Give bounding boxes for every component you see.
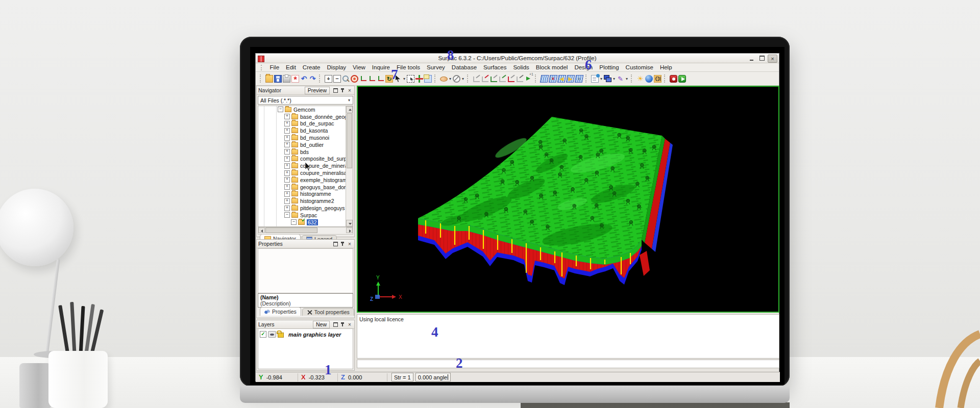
record-button[interactable] xyxy=(670,75,677,83)
line-null-button[interactable] xyxy=(453,75,460,83)
float-panel-button[interactable] xyxy=(332,322,338,327)
menu-block-model[interactable]: Block model xyxy=(532,63,571,71)
layer-row[interactable]: ✓ main graphics layer xyxy=(258,329,353,340)
menu-create[interactable]: Create xyxy=(299,63,324,71)
title-bar[interactable]: Surpac 6.3.2 - C:/Users/Public/Gemcom/Su… xyxy=(256,54,779,63)
string-tool-1-button[interactable] xyxy=(473,75,480,83)
tree-item-histogramme2[interactable]: +histogramme2 xyxy=(258,197,353,205)
string-tool-5-button[interactable] xyxy=(507,75,515,83)
shaded-view-button[interactable] xyxy=(645,75,653,83)
string-tool-4-button[interactable] xyxy=(499,75,506,83)
tree-item-base_donnée_geoguys[interactable]: +base_donnée_geoguys xyxy=(258,113,353,120)
expand-icon[interactable]: + xyxy=(284,206,290,211)
string-tool-6-button[interactable] xyxy=(516,75,524,83)
menu-design[interactable]: Design xyxy=(571,63,596,71)
expand-icon[interactable]: + xyxy=(284,198,290,204)
menu-survey[interactable]: Survey xyxy=(424,63,449,71)
data-point-button[interactable] xyxy=(351,75,358,83)
scroll-up-arrow[interactable] xyxy=(346,106,353,113)
expand-icon[interactable]: + xyxy=(284,142,290,147)
tree-horizontal-scrollbar[interactable] xyxy=(258,227,353,235)
file-filter-combo[interactable]: All Files (.*.*) ▾ xyxy=(258,96,353,105)
layer-view-button[interactable] xyxy=(424,75,432,83)
zoom-in-button[interactable]: + xyxy=(325,75,332,83)
pin-panel-button[interactable] xyxy=(339,322,346,327)
tree-item-Gemcom[interactable]: −Gemcom xyxy=(258,106,353,113)
scroll-thumb-horizontal[interactable] xyxy=(265,227,317,233)
menu-database[interactable]: Database xyxy=(448,63,480,71)
zoom-out-button[interactable]: − xyxy=(333,75,341,83)
fence-zoom-button[interactable]: ○ xyxy=(575,75,584,83)
draw-pencil-button-dropdown[interactable]: ▾ xyxy=(625,76,629,81)
tree-item-bd_outlier[interactable]: +bd_outlier xyxy=(258,141,353,148)
tree-item-bd_musonoi[interactable]: +bd_musonoi xyxy=(258,134,353,141)
scroll-right-arrow[interactable] xyxy=(346,227,353,233)
menu-inquire[interactable]: Inquire xyxy=(369,63,393,71)
tree-item-bd_kasonta[interactable]: +bd_kasonta xyxy=(258,127,353,134)
float-panel-button[interactable] xyxy=(332,88,338,93)
menu-customise[interactable]: Customise xyxy=(622,63,656,71)
view-zx-button[interactable] xyxy=(368,75,376,83)
eye-icon[interactable] xyxy=(268,331,276,338)
expand-icon[interactable]: + xyxy=(284,156,290,162)
pin-panel-button[interactable] xyxy=(339,241,346,247)
preview-button[interactable]: Preview xyxy=(305,87,330,94)
tree-item-geoguys_base_donnée[interactable]: +geoguys_base_donnée xyxy=(258,184,353,191)
expand-icon[interactable]: + xyxy=(284,128,290,134)
string-extend-button[interactable] xyxy=(525,75,532,83)
redo-button[interactable]: ↷ xyxy=(309,75,316,83)
tree-item-bds[interactable]: +bds xyxy=(258,148,353,156)
float-panel-button[interactable] xyxy=(332,241,338,247)
close-panel-button[interactable]: × xyxy=(347,241,353,247)
move-axes-button[interactable] xyxy=(415,75,423,83)
draw-pencil-button[interactable]: ✎ xyxy=(617,75,624,83)
box-select-button[interactable] xyxy=(407,75,414,83)
select-cursor-button-dropdown[interactable]: ▾ xyxy=(402,76,406,81)
pin-panel-button[interactable] xyxy=(339,88,346,93)
tree-item-bd_de_surpac[interactable]: +bd_de_surpac xyxy=(258,120,353,128)
scroll-thumb[interactable] xyxy=(347,113,352,168)
play-button[interactable] xyxy=(678,75,686,83)
scroll-left-arrow[interactable] xyxy=(258,227,265,233)
fence-prev-button[interactable]: ◀ xyxy=(557,75,567,83)
view-yx-button[interactable] xyxy=(359,75,367,83)
notes-button-dropdown[interactable]: ▾ xyxy=(599,76,603,81)
view-zy-button[interactable] xyxy=(377,75,384,83)
graphics-viewport[interactable]: Y X Z xyxy=(357,86,779,313)
tree-item-histogramme[interactable]: +histogramme xyxy=(258,191,353,198)
expand-icon[interactable]: + xyxy=(284,114,290,119)
maximize-button[interactable] xyxy=(757,55,766,62)
tree-item-632[interactable]: −✓632 xyxy=(258,219,353,226)
expand-icon[interactable]: + xyxy=(284,184,290,190)
fence-next-button[interactable]: ▶ xyxy=(566,75,575,83)
tree-item-exemple_histogramme[interactable]: +exemple_histogramme xyxy=(258,176,353,184)
notes-button[interactable] xyxy=(591,75,599,83)
close-button[interactable]: × xyxy=(768,55,777,63)
lighting-button[interactable]: ☀ xyxy=(636,75,644,83)
menu-plotting[interactable]: Plotting xyxy=(596,63,622,71)
layer-checkbox[interactable]: ✓ xyxy=(260,331,266,338)
menu-help[interactable]: Help xyxy=(656,63,675,71)
expand-icon[interactable]: + xyxy=(284,191,290,197)
command-row[interactable] xyxy=(357,360,779,368)
string-field[interactable]: Str = 1 xyxy=(391,373,413,381)
tree-vertical-scrollbar[interactable] xyxy=(346,106,353,226)
expand-icon[interactable]: + xyxy=(284,163,290,169)
string-tool-2-button[interactable] xyxy=(481,75,489,83)
unlock-icon[interactable] xyxy=(278,333,284,338)
open-button[interactable] xyxy=(265,75,273,83)
menu-file[interactable]: File xyxy=(266,63,283,71)
line-null-button-dropdown[interactable]: ▾ xyxy=(461,76,465,81)
point-style-button-dropdown[interactable]: ▾ xyxy=(448,76,452,81)
menu-solids[interactable]: Solids xyxy=(510,63,532,71)
new-layer-button[interactable]: New xyxy=(313,321,330,328)
tab-properties[interactable]: Properties xyxy=(260,307,301,316)
menu-display[interactable]: Display xyxy=(324,63,350,71)
close-panel-button[interactable]: × xyxy=(347,88,353,93)
save-button[interactable] xyxy=(274,75,282,83)
tab-tool-properties[interactable]: Tool properties xyxy=(302,308,354,316)
close-panel-button[interactable]: × xyxy=(347,322,353,327)
string-tool-3-button[interactable] xyxy=(490,75,498,83)
expand-icon[interactable]: + xyxy=(284,170,290,176)
undo-button[interactable]: ↶ xyxy=(300,75,308,83)
